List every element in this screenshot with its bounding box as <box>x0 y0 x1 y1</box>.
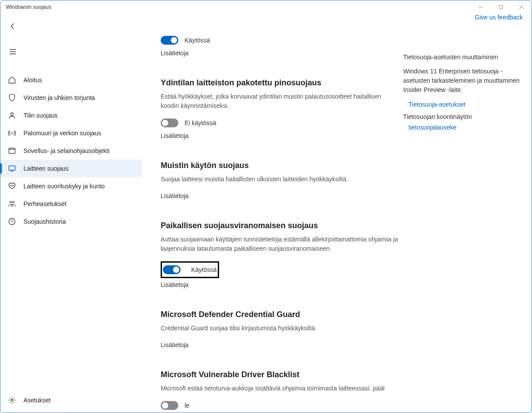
sidebar-item-label: Aloitus <box>23 76 42 84</box>
minimize-button[interactable] <box>470 0 491 14</box>
sidebar-item-app[interactable]: Sovellus- ja selainohjausobjekti <box>0 142 142 160</box>
toggle-initial[interactable] <box>161 36 178 45</box>
toggle-label: Ei käytössä <box>185 119 216 126</box>
device-icon <box>8 164 16 173</box>
home-icon <box>8 76 16 84</box>
learn-more-link[interactable]: Lisätietoja <box>161 341 189 348</box>
sidebar-item-label: Laitteen suojaus <box>23 165 69 172</box>
svg-point-14 <box>12 201 14 203</box>
toggle-kernel-stack[interactable] <box>161 119 178 127</box>
learn-more-link[interactable]: Lisätietoja <box>161 50 189 57</box>
feedback-link[interactable]: Give us feedback <box>475 14 523 21</box>
sidebar-item-label: Tilin suojaus <box>23 112 58 119</box>
section-title: Ydintilan laitteiston pakotettu pinosuoj… <box>161 78 400 88</box>
heart-icon <box>8 182 16 191</box>
svg-rect-1 <box>499 5 503 9</box>
menu-button[interactable] <box>4 43 22 61</box>
history-icon <box>8 217 16 226</box>
privacy-settings-link[interactable]: Tietosuoja-asetukset <box>403 101 523 108</box>
privacy-statement-link[interactable]: tietosuojalauseke <box>403 124 523 131</box>
gear-icon <box>8 396 16 405</box>
sidebar-item-virus[interactable]: Virusten ja uhkien torjunta <box>0 89 142 107</box>
side-heading2: Tietosuojan koontinäytön <box>403 113 523 120</box>
person-icon <box>8 111 16 120</box>
toggle-lsa[interactable] <box>163 265 181 274</box>
window-title: Windowsin suojaus <box>6 4 51 10</box>
sidebar-item-label: Perheasetukset <box>23 200 66 207</box>
svg-point-16 <box>11 399 13 402</box>
section-desc: Microsoft estää tietoturva-aukkoja sisäl… <box>161 384 400 393</box>
sidebar-item-settings[interactable]: Asetukset <box>0 391 142 409</box>
side-panel: Tietosuoja-asetusten muuttaminen Windows… <box>403 54 523 134</box>
sidebar-item-firewall[interactable]: Palomuuri ja verkon suojaus <box>0 124 142 142</box>
section-initial: Käytössä Lisätietoja <box>161 36 400 57</box>
shield-icon <box>8 93 16 102</box>
family-icon <box>8 199 16 208</box>
section-credential-guard: Microsoft Defender Credential Guard Cred… <box>161 310 400 349</box>
svg-point-8 <box>12 133 13 134</box>
svg-rect-11 <box>9 166 15 170</box>
toggle-label: Käytössä <box>191 266 217 273</box>
app-icon <box>8 146 16 155</box>
sidebar-item-label: Palomuuri ja verkon suojaus <box>23 130 101 137</box>
side-text: Windows 11 Enterprisen tietosuoja -asetu… <box>403 67 523 95</box>
learn-more-link[interactable]: Lisätietoja <box>161 281 189 288</box>
broadcast-icon <box>8 129 16 138</box>
svg-point-7 <box>11 113 13 115</box>
highlighted-toggle: Käytössä <box>161 261 219 278</box>
sidebar-item-home[interactable]: Aloitus <box>0 71 142 89</box>
sidebar-item-label: Asetukset <box>23 397 50 404</box>
toggle-label: le <box>185 402 189 409</box>
section-driver-blacklist: Microsoft Vulnerable Driver Blacklist Mi… <box>161 370 400 413</box>
side-heading: Tietosuoja-asetusten muuttaminen <box>403 54 523 61</box>
sidebar-item-health[interactable]: Laitteen suorituskyky ja kunto <box>0 177 142 195</box>
section-kernel-stack: Ydintilan laitteiston pakotettu pinosuoj… <box>161 78 400 140</box>
section-memory: Muistin käytön suojaus Suojaa laitteesi … <box>161 161 400 200</box>
section-title: Microsoft Vulnerable Driver Blacklist <box>161 370 400 379</box>
maximize-button[interactable] <box>491 0 511 14</box>
section-title: Microsoft Defender Credential Guard <box>161 310 400 319</box>
sidebar-item-label: Sovellus- ja selainohjausobjekti <box>23 147 110 154</box>
toggle-driver-blacklist[interactable] <box>161 401 178 410</box>
section-desc: Auttaa suojaamaan käyttäjien tunnistetie… <box>161 235 400 253</box>
sidebar-item-account[interactable]: Tilin suojaus <box>0 107 142 124</box>
close-button[interactable] <box>511 0 532 14</box>
learn-more-link[interactable]: Lisätietoja <box>161 192 189 199</box>
sidebar-item-label: Virusten ja uhkien torjunta <box>23 94 95 101</box>
sidebar-item-label: Laitteen suorituskyky ja kunto <box>23 183 105 190</box>
sidebar-item-device[interactable]: Laitteen suojaus <box>0 160 142 177</box>
sidebar-item-history[interactable]: Suojaushistoria <box>0 213 142 230</box>
section-title: Paikallisen suojausviranomaisen suojaus <box>161 221 400 230</box>
svg-point-13 <box>10 201 12 203</box>
section-desc: Credential Guard suojaa tilisi kirjautum… <box>161 324 400 333</box>
back-button[interactable] <box>4 17 22 35</box>
svg-rect-9 <box>9 148 15 153</box>
section-desc: Suojaa laitteesi muistia haitallisten ul… <box>161 175 400 184</box>
section-desc: Estää hyökkäykset, jotka korvaavat ydint… <box>161 92 400 111</box>
learn-more-link[interactable]: Lisätietoja <box>161 132 189 139</box>
section-title: Muistin käytön suojaus <box>161 161 400 170</box>
sidebar-item-family[interactable]: Perheasetukset <box>0 195 142 213</box>
sidebar-item-label: Suojaushistoria <box>23 218 66 225</box>
section-lsa: Paikallisen suojausviranomaisen suojaus … <box>161 221 400 289</box>
toggle-label: Käytössä <box>185 37 210 44</box>
